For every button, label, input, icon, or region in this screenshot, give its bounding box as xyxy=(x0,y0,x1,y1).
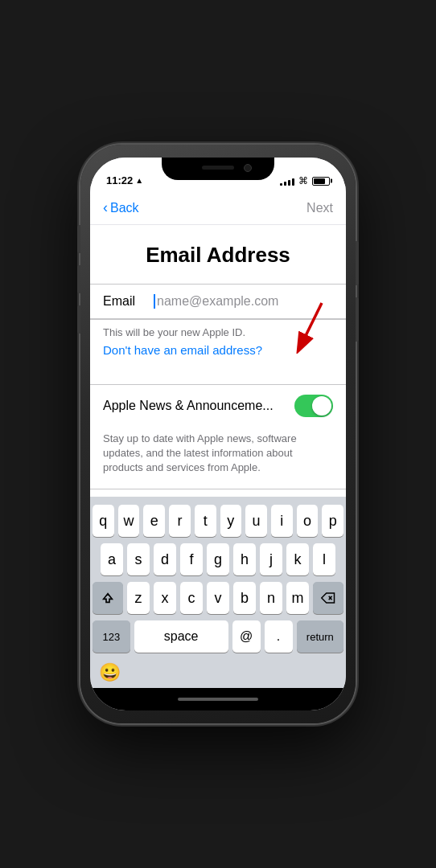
shift-key[interactable] xyxy=(93,582,123,614)
keyboard: q w e r t y u i o p a s d f g xyxy=(90,497,346,688)
phone-frame: 11:22 ▲ ⌘ xyxy=(80,145,356,723)
emoji-button[interactable]: 😀 xyxy=(99,662,121,683)
key-k[interactable]: k xyxy=(286,543,309,575)
key-g[interactable]: g xyxy=(207,543,229,575)
apple-news-toggle[interactable] xyxy=(294,395,333,417)
key-d[interactable]: d xyxy=(154,543,176,575)
period-key[interactable]: . xyxy=(265,620,293,653)
space-key[interactable]: space xyxy=(134,620,228,653)
camera xyxy=(244,164,252,172)
toggle-label: Apple News & Announceme... xyxy=(103,399,274,413)
key-h[interactable]: h xyxy=(233,543,256,575)
helper-text: This will be your new Apple ID. xyxy=(90,320,346,342)
key-u[interactable]: u xyxy=(245,505,267,537)
form-section: Email name@example.com xyxy=(90,284,346,320)
key-b[interactable]: b xyxy=(233,582,256,614)
back-button[interactable]: ‹ Back xyxy=(103,199,139,216)
dont-have-email-link[interactable]: Don't have an email address? xyxy=(90,342,346,368)
signal-bar-2 xyxy=(284,182,286,186)
phone-screen: 11:22 ▲ ⌘ xyxy=(90,158,346,710)
back-chevron-icon: ‹ xyxy=(103,199,108,216)
signal-icon xyxy=(280,177,294,186)
key-y[interactable]: y xyxy=(220,505,242,537)
status-icons: ⌘ xyxy=(280,175,330,186)
status-time: 11:22 ▲ xyxy=(106,174,143,186)
home-bar[interactable] xyxy=(178,698,258,701)
toggle-knob xyxy=(312,396,331,416)
key-l[interactable]: l xyxy=(313,543,335,575)
location-icon: ▲ xyxy=(135,176,143,185)
key-s[interactable]: s xyxy=(127,543,150,575)
time-display: 11:22 xyxy=(106,174,133,186)
key-f[interactable]: f xyxy=(180,543,203,575)
key-e[interactable]: e xyxy=(143,505,165,537)
key-x[interactable]: x xyxy=(154,582,176,614)
return-key[interactable]: return xyxy=(297,620,343,653)
next-button[interactable]: Next xyxy=(306,201,333,215)
home-indicator xyxy=(90,688,346,710)
page-title: Email Address xyxy=(90,225,346,284)
battery-icon xyxy=(312,177,330,186)
back-label: Back xyxy=(110,201,139,215)
toggle-section: Apple News & Announceme... Stay up to da… xyxy=(90,384,346,489)
battery-fill xyxy=(314,178,325,184)
key-o[interactable]: o xyxy=(297,505,319,537)
link-container: Don't have an email address? xyxy=(90,342,346,368)
signal-bar-4 xyxy=(292,178,294,186)
keyboard-row-1: q w e r t y u i o p xyxy=(93,505,343,537)
key-i[interactable]: i xyxy=(271,505,293,537)
key-p[interactable]: p xyxy=(322,505,343,537)
key-c[interactable]: c xyxy=(180,582,203,614)
wifi-icon: ⌘ xyxy=(298,175,308,186)
speaker xyxy=(202,166,234,170)
toggle-description: Stay up to date with Apple news, softwar… xyxy=(90,427,346,489)
toggle-row: Apple News & Announceme... xyxy=(90,385,346,427)
keyboard-row-2: a s d f g h j k l xyxy=(93,543,343,575)
content-area: Email Address Email name@example.com Thi… xyxy=(90,225,346,497)
notch xyxy=(162,158,274,180)
keyboard-row-3: z x c v b n m xyxy=(93,582,343,614)
email-row: Email name@example.com xyxy=(90,285,346,319)
key-q[interactable]: q xyxy=(93,505,114,537)
text-cursor xyxy=(154,294,155,309)
key-a[interactable]: a xyxy=(101,543,123,575)
email-input[interactable]: name@example.com xyxy=(157,294,333,309)
signal-bar-1 xyxy=(280,183,282,186)
email-label: Email xyxy=(103,294,147,309)
key-w[interactable]: w xyxy=(118,505,140,537)
key-n[interactable]: n xyxy=(260,582,282,614)
key-z[interactable]: z xyxy=(127,582,150,614)
key-j[interactable]: j xyxy=(260,543,282,575)
key-m[interactable]: m xyxy=(286,582,309,614)
key-r[interactable]: r xyxy=(169,505,191,537)
delete-key[interactable] xyxy=(313,582,343,614)
screen: 11:22 ▲ ⌘ xyxy=(90,158,346,710)
key-t[interactable]: t xyxy=(195,505,216,537)
numeric-key[interactable]: 123 xyxy=(93,620,130,653)
nav-bar: ‹ Back Next xyxy=(90,191,346,225)
keyboard-bottom-bar: 😀 xyxy=(93,659,343,683)
keyboard-row-4: 123 space @ . return xyxy=(93,620,343,653)
at-key[interactable]: @ xyxy=(232,620,261,653)
key-v[interactable]: v xyxy=(207,582,229,614)
signal-bar-3 xyxy=(288,180,290,186)
